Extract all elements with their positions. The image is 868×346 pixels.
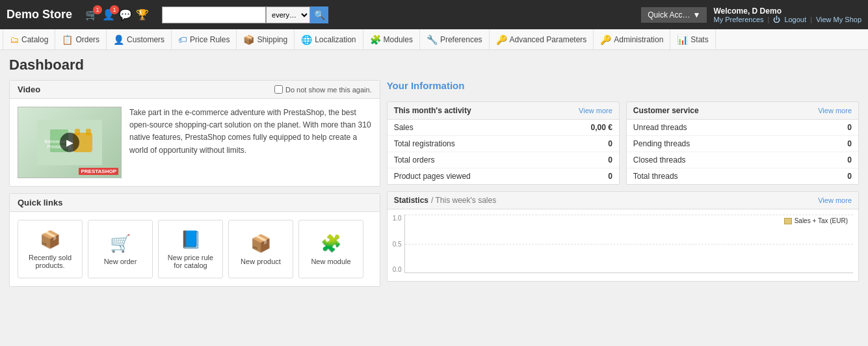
advanced-icon: 🔑 [496, 34, 507, 45]
nav-localization[interactable]: 🌐 Localization [295, 29, 363, 49]
trophy-icon[interactable]: 🏆 [136, 8, 149, 21]
legend-color [784, 218, 792, 224]
quick-links-body: 📦 Recently sold products. 🛒 New order 📘 … [10, 212, 380, 286]
video-content: Bienvenue sur PrestaShop ▶ PRESTASHOP Ta… [18, 107, 372, 178]
page-title: Dashboard [9, 57, 859, 73]
chart-area: Sales + Tax (EUR) [404, 215, 853, 273]
statistics-panel: Statistics / This week's sales View more… [387, 191, 859, 282]
grid-line-mid [405, 244, 853, 245]
quick-link-new-module[interactable]: 🧩 New module [298, 220, 363, 278]
dashboard-grid: Video Do not show me this again. [9, 80, 859, 287]
store-logo: Demo Store [7, 8, 72, 21]
statistics-header: Statistics / This week's sales View more [388, 192, 858, 209]
statistics-body: 1.0 0.5 0.0 Sales + Tax (EUR) [388, 209, 858, 281]
nav-price-rules[interactable]: 🏷 Price Rules [172, 29, 237, 49]
quick-link-recently-sold[interactable]: 📦 Recently sold products. [18, 220, 83, 278]
table-row: Total orders 0 [388, 152, 619, 168]
video-description: Take part in the e-commerce adventure wi… [129, 107, 372, 157]
chart-y-axis: 1.0 0.5 0.0 [393, 215, 404, 273]
customer-service-panel: Customer service View more Unread thread… [626, 101, 859, 185]
preferences-icon: 🔧 [427, 34, 438, 45]
monthly-view-more[interactable]: View more [579, 107, 612, 114]
logout-link[interactable]: Logout [784, 16, 806, 23]
orders-icon[interactable]: 🛒 1 [85, 8, 98, 21]
nav-modules[interactable]: 🧩 Modules [363, 29, 420, 49]
search-button[interactable]: 🔍 [310, 7, 328, 23]
nav-customers[interactable]: 👤 Customers [107, 29, 172, 49]
nav-stats[interactable]: 📊 Stats [670, 29, 715, 49]
localization-icon: 🌐 [301, 34, 312, 45]
your-info-panel: This month's activity View more Sales 0,… [387, 101, 859, 185]
table-row: Product pages viewed 0 [388, 168, 619, 185]
new-module-icon: 🧩 [321, 233, 341, 254]
view-shop-link[interactable]: View My Shop [816, 16, 861, 23]
video-panel-title: Video [18, 85, 40, 94]
right-panel: Your Information This month's activity V… [387, 80, 859, 287]
statistics-view-more[interactable]: View more [818, 196, 852, 204]
table-row: Unread threads 0 [627, 120, 858, 136]
my-preferences-link[interactable]: My Preferences [713, 16, 763, 23]
do-not-show-checkbox[interactable] [274, 85, 283, 94]
video-header-right: Do not show me this again. [274, 85, 372, 94]
quick-links-panel: Quick links 📦 Recently sold products. 🛒 … [9, 193, 380, 287]
modules-icon: 🧩 [370, 34, 381, 45]
table-row: Pending threads 0 [627, 136, 858, 152]
orders-badge: 1 [93, 5, 102, 14]
customer-service-view-more[interactable]: View more [818, 107, 852, 114]
new-product-icon: 📦 [250, 233, 271, 254]
main-content: Dashboard Video Do not show me this agai… [0, 50, 868, 293]
orders-nav-icon: 📋 [62, 34, 73, 45]
video-panel-body: Bienvenue sur PrestaShop ▶ PRESTASHOP Ta… [10, 99, 380, 186]
table-row: Closed threads 0 [627, 152, 858, 168]
quick-links-title: Quick links [18, 198, 62, 207]
video-panel-header: Video Do not show me this again. [10, 81, 380, 99]
search-input[interactable] [162, 7, 266, 23]
table-row: Sales 0,00 € [388, 120, 619, 136]
table-row: Total registrations 0 [388, 136, 619, 152]
nav-shipping[interactable]: 📦 Shipping [237, 29, 295, 49]
top-bar-icons: 🛒 1 👤 1 💬 🏆 [85, 8, 149, 21]
catalog-icon: 🗂 [10, 34, 19, 45]
customer-service-header: Customer service View more [627, 102, 858, 120]
quick-links-grid: 📦 Recently sold products. 🛒 New order 📘 … [18, 220, 372, 278]
nav-preferences[interactable]: 🔧 Preferences [420, 29, 490, 49]
quick-link-new-price-rule[interactable]: 📘 New price rule for catalog [158, 220, 223, 278]
recently-sold-icon: 📦 [40, 230, 60, 250]
svg-rect-3 [86, 129, 91, 135]
monthly-activity-header: This month's activity View more [388, 102, 619, 120]
prestashop-label: PRESTASHOP [79, 168, 118, 175]
chat-icon[interactable]: 💬 [119, 8, 132, 21]
do-not-show-label[interactable]: Do not show me this again. [274, 85, 372, 94]
welcome-text: Welcome, D Demo [713, 7, 861, 16]
left-panel: Video Do not show me this again. [9, 80, 380, 287]
video-panel: Video Do not show me this again. [9, 80, 380, 187]
user-info: Welcome, D Demo My Preferences | ⏻ Logou… [713, 7, 861, 23]
new-order-icon: 🛒 [110, 233, 131, 254]
nav-bar: 🗂 Catalog 📋 Orders 👤 Customers 🏷 Price R… [0, 29, 868, 50]
top-bar: Demo Store 🛒 1 👤 1 💬 🏆 every… 🔍 Quick Ac… [0, 0, 868, 29]
monthly-activity-panel: This month's activity View more Sales 0,… [387, 101, 620, 185]
customer-service-table: Unread threads 0 Pending threads 0 Close… [627, 120, 858, 184]
price-rules-icon: 🏷 [178, 34, 187, 45]
users-icon[interactable]: 👤 1 [102, 8, 115, 21]
user-links: My Preferences | ⏻ Logout | View My Shop [713, 16, 861, 23]
users-badge: 1 [110, 5, 119, 14]
video-thumbnail[interactable]: Bienvenue sur PrestaShop ▶ PRESTASHOP [18, 107, 122, 178]
quick-link-new-order[interactable]: 🛒 New order [88, 220, 153, 278]
nav-catalog[interactable]: 🗂 Catalog [3, 29, 55, 49]
customers-icon: 👤 [113, 34, 124, 45]
table-row: Total threads 0 [627, 168, 858, 185]
monthly-activity-table: Sales 0,00 € Total registrations 0 Total… [388, 120, 619, 184]
search-bar: every… 🔍 [162, 7, 328, 23]
search-dropdown[interactable]: every… [266, 7, 310, 23]
nav-administration[interactable]: 🔑 Administration [594, 29, 670, 49]
nav-advanced-parameters[interactable]: 🔑 Advanced Parameters [490, 29, 594, 49]
chart-legend: Sales + Tax (EUR) [784, 217, 848, 224]
quick-access-button[interactable]: Quick Acc… ▼ [641, 7, 707, 23]
shipping-icon: 📦 [243, 34, 254, 45]
top-bar-right: Quick Acc… ▼ Welcome, D Demo My Preferen… [641, 7, 861, 23]
nav-orders[interactable]: 📋 Orders [55, 29, 107, 49]
play-button[interactable]: ▶ [60, 133, 79, 152]
quick-links-header: Quick links [10, 194, 380, 212]
quick-link-new-product[interactable]: 📦 New product [228, 220, 293, 278]
